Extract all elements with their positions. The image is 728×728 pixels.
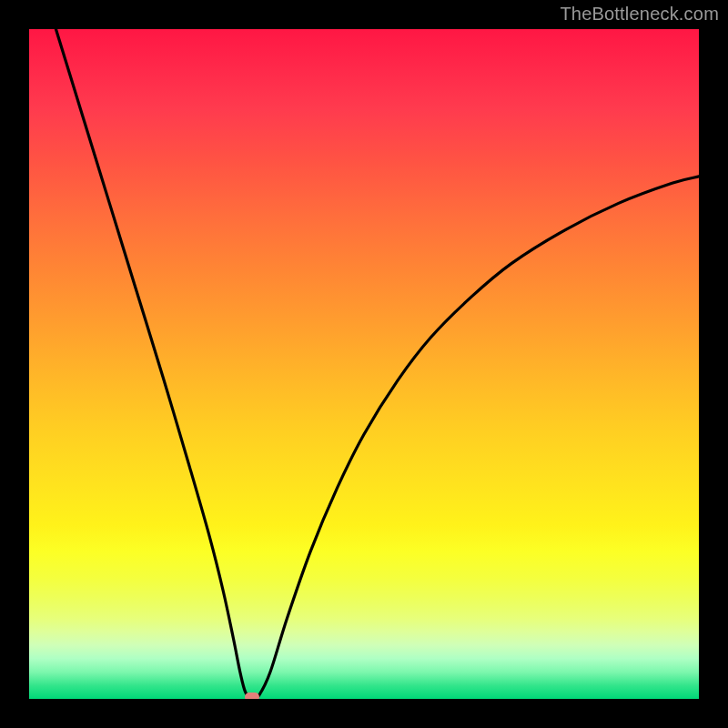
minimum-marker — [245, 693, 259, 699]
bottleneck-curve — [56, 29, 699, 699]
watermark-text: TheBottleneck.com — [560, 4, 719, 25]
plot-area — [29, 29, 699, 699]
curve-layer — [29, 29, 699, 699]
chart-frame: TheBottleneck.com — [0, 0, 728, 728]
